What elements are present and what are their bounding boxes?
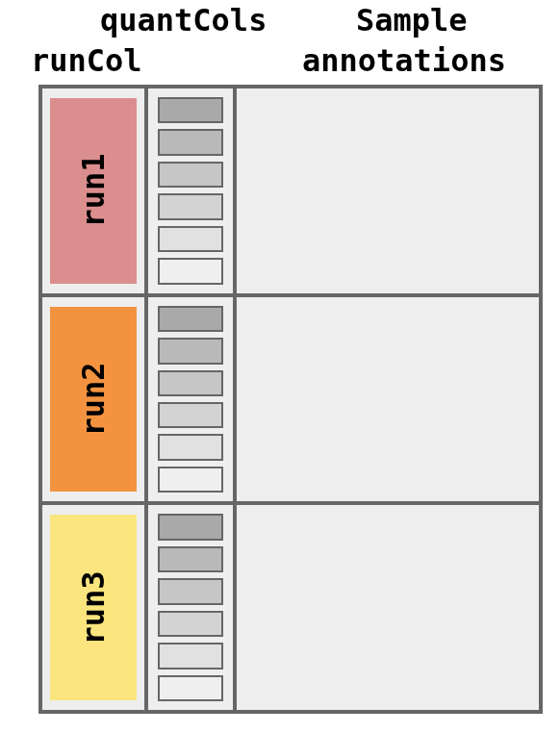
header-sample: Sample <box>356 2 468 38</box>
quant-row <box>158 193 223 219</box>
header-area: quantCols runCol Sample annotations <box>0 0 560 87</box>
run-block: run1 <box>42 88 539 297</box>
quant-row <box>158 402 223 428</box>
quant-row <box>158 226 223 252</box>
quant-row <box>158 611 223 637</box>
quant-row <box>158 514 223 540</box>
quantcols-cell <box>148 297 237 502</box>
header-runcol: runCol <box>31 42 142 79</box>
sample-annotations-cell <box>237 297 539 502</box>
runcol-cell: run2 <box>42 297 148 502</box>
sample-annotations-cell <box>237 88 539 293</box>
quant-row <box>158 578 223 604</box>
quant-row <box>158 338 223 364</box>
quant-row <box>158 370 223 396</box>
quant-row <box>158 546 223 572</box>
runcol-cell: run3 <box>42 505 148 710</box>
run-block: run3 <box>42 505 539 710</box>
sample-annotations-cell <box>237 505 539 710</box>
quant-row <box>158 434 223 460</box>
header-quantcols: quantCols <box>100 2 267 38</box>
runcol-box-run1: run1 <box>50 98 137 284</box>
run-block: run2 <box>42 297 539 506</box>
runcol-cell: run1 <box>42 88 148 293</box>
quant-row <box>158 258 223 284</box>
quant-row <box>158 162 223 188</box>
quant-row <box>158 129 223 155</box>
header-annotations: annotations <box>302 42 506 79</box>
run-label: run2 <box>75 362 112 436</box>
run-label: run1 <box>75 154 112 228</box>
quantcols-cell <box>148 88 237 293</box>
quant-row <box>158 306 223 332</box>
runcol-box-run2: run2 <box>50 307 137 493</box>
quant-row <box>158 467 223 493</box>
run-label: run3 <box>75 570 112 645</box>
quantcols-cell <box>148 505 237 710</box>
runcol-box-run3: run3 <box>50 515 137 700</box>
coldata-table: run1 run2 <box>38 85 543 714</box>
quant-row <box>158 675 223 701</box>
quant-row <box>158 643 223 669</box>
quant-row <box>158 97 223 123</box>
